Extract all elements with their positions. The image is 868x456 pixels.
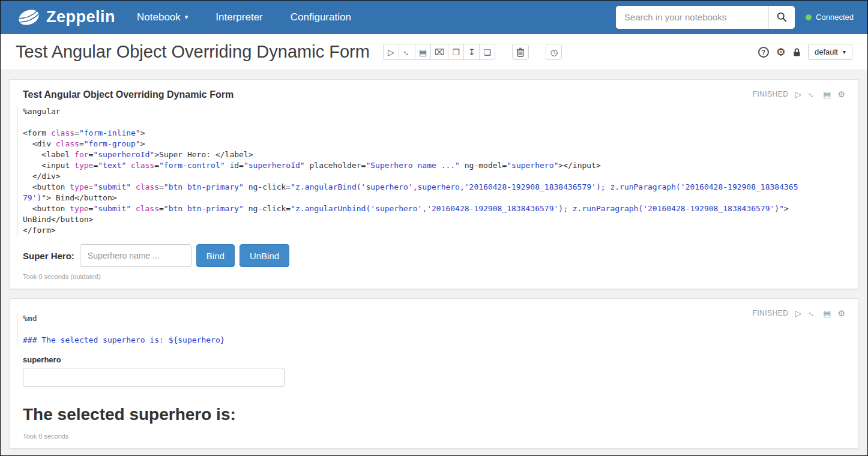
delete-note-button[interactable] xyxy=(512,44,529,60)
version-note-button[interactable]: ❏ xyxy=(479,44,495,60)
code-editor[interactable]: %angular <form class="form-inline"> <div… xyxy=(17,106,845,236)
paragraph-status: FINISHED xyxy=(752,309,788,317)
dynamic-form-label: superhero xyxy=(23,355,845,364)
resize-arrows-icon: ↔ xyxy=(806,88,818,100)
paragraph-settings-button[interactable]: ⚙ xyxy=(837,309,845,317)
notebook-search xyxy=(616,6,795,29)
zeppelin-logo-icon xyxy=(17,7,41,28)
caret-down-icon: ▾ xyxy=(843,49,846,55)
book-icon: ▤ xyxy=(823,89,831,99)
shortcut-help-button[interactable]: ? xyxy=(758,47,769,58)
caret-down-icon: ▾ xyxy=(185,14,188,20)
resize-arrows-icon: ↔ xyxy=(400,46,413,58)
paragraph-status: FINISHED xyxy=(752,90,788,98)
nav-interpreter-label: Interpreter xyxy=(215,11,262,23)
superhero-name-input[interactable] xyxy=(80,244,191,267)
superhero-dynamic-form-input[interactable] xyxy=(23,368,285,387)
help-icon: ? xyxy=(761,49,765,56)
scheduler-button[interactable]: ◷ xyxy=(546,44,562,60)
lock-icon xyxy=(793,47,801,57)
gear-icon: ⚙ xyxy=(837,308,845,318)
download-icon: ↧ xyxy=(468,47,475,57)
note-body: FINISHED ▷ ↔ ▤ ⚙ Test Angular Object Ove… xyxy=(0,70,868,449)
search-button[interactable] xyxy=(768,6,795,29)
gear-icon: ⚙ xyxy=(776,46,786,58)
show-hide-output-button[interactable]: ▤ xyxy=(415,44,431,60)
paragraph-markdown: FINISHED ▷ ↔ ▤ ⚙ %md ### The selected su… xyxy=(9,298,859,449)
export-note-button[interactable]: ↧ xyxy=(463,44,480,60)
note-title[interactable]: Test Angular Object Overriding Dynamic F… xyxy=(16,42,370,62)
book-icon: ▤ xyxy=(419,47,427,57)
toggle-editor-button[interactable]: ▤ xyxy=(823,309,831,317)
clear-output-button[interactable]: ⌧ xyxy=(430,44,448,60)
play-icon: ▷ xyxy=(795,308,801,318)
toggle-editor-button[interactable]: ▤ xyxy=(823,90,831,98)
brand-name: Zeppelin xyxy=(46,8,115,26)
search-icon xyxy=(777,12,787,22)
note-actions-group: ▷ ↔ ▤ ⌧ ❐ ↧ ❏ xyxy=(383,44,495,60)
clone-note-button[interactable]: ❐ xyxy=(448,44,464,60)
search-input[interactable] xyxy=(616,6,768,29)
paragraph-settings-button[interactable]: ⚙ xyxy=(837,90,845,98)
interpreter-binding-button[interactable]: ⚙ xyxy=(776,47,786,58)
play-icon: ▷ xyxy=(388,47,394,57)
trash-icon xyxy=(516,47,525,57)
nav-configuration-label: Configuration xyxy=(291,11,351,23)
clock-icon: ◷ xyxy=(550,47,558,57)
connection-status: Connected xyxy=(806,13,854,22)
paragraph-controls: FINISHED ▷ ↔ ▤ ⚙ xyxy=(752,309,845,317)
code-editor[interactable]: %md ### The selected superhero is: ${sup… xyxy=(17,313,845,346)
nav-interpreter[interactable]: Interpreter xyxy=(215,11,262,23)
expand-paragraph-button[interactable]: ↔ xyxy=(808,309,816,317)
unbind-button[interactable]: UnBind xyxy=(240,244,289,267)
view-mode-label: default xyxy=(815,47,838,56)
permissions-button[interactable] xyxy=(793,47,801,57)
nav-notebook-label: Notebook xyxy=(137,11,181,23)
play-icon: ▷ xyxy=(795,89,801,99)
run-paragraph-button[interactable]: ▷ xyxy=(795,90,801,98)
nav-notebook[interactable]: Notebook ▾ xyxy=(137,11,188,23)
note-header: Test Angular Object Overriding Dynamic F… xyxy=(0,34,868,70)
angular-output-form: Super Hero: Bind UnBind xyxy=(23,244,845,267)
expand-paragraph-button[interactable]: ↔ xyxy=(808,90,816,98)
view-mode-dropdown[interactable]: default ▾ xyxy=(808,44,852,60)
book-icon: ▤ xyxy=(823,308,831,318)
show-hide-code-button[interactable]: ↔ xyxy=(399,44,415,60)
connection-status-label: Connected xyxy=(816,13,854,22)
note-header-right: ? ⚙ default ▾ xyxy=(758,44,852,60)
bind-button[interactable]: Bind xyxy=(196,244,235,267)
top-navbar: Zeppelin Notebook ▾ Interpreter Configur… xyxy=(0,0,868,34)
nav-configuration[interactable]: Configuration xyxy=(291,11,351,23)
run-all-paragraphs-button[interactable]: ▷ xyxy=(383,44,399,60)
page-icon: ❏ xyxy=(483,47,491,57)
execution-time-status: Took 0 seconds xyxy=(23,433,845,440)
paragraph-angular: FINISHED ▷ ↔ ▤ ⚙ Test Angular Object Ove… xyxy=(9,79,859,289)
execution-time-status: Took 0 seconds (outdated) xyxy=(23,273,845,280)
paragraph-controls: FINISHED ▷ ↔ ▤ ⚙ xyxy=(752,90,845,98)
superhero-form-label: Super Hero: xyxy=(23,251,74,261)
main-menu: Notebook ▾ Interpreter Configuration xyxy=(137,11,351,23)
status-dot-icon xyxy=(806,14,812,20)
markdown-output-heading: The selected superhero is: xyxy=(23,405,845,424)
run-paragraph-button[interactable]: ▷ xyxy=(795,309,801,317)
paragraph-title: Test Angular Object Overriding Dynamic F… xyxy=(23,89,845,100)
resize-arrows-icon: ↔ xyxy=(806,307,818,319)
zeppelin-home-link[interactable]: Zeppelin xyxy=(17,7,115,28)
eraser-icon: ⌧ xyxy=(435,47,444,57)
note-toolbar: ▷ ↔ ▤ ⌧ ❐ ↧ ❏ xyxy=(383,44,562,60)
gear-icon: ⚙ xyxy=(837,89,845,99)
clone-icon: ❐ xyxy=(452,47,460,57)
